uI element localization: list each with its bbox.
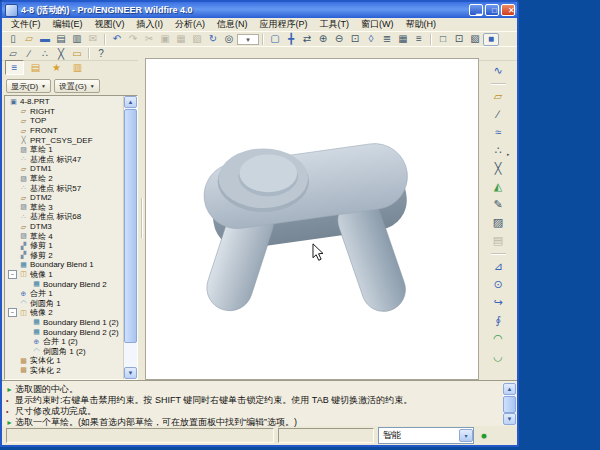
layers-button[interactable]: ≣	[379, 33, 395, 46]
zoom-out-button[interactable]: ⊖	[331, 33, 347, 46]
datum-curve-tool-button[interactable]: ≈	[490, 124, 507, 140]
wireframe-button[interactable]: □	[435, 33, 451, 46]
sweep-tool-button[interactable]: ↪	[490, 294, 507, 310]
datum-axis-tool-button[interactable]: ∕	[490, 106, 507, 122]
repaint-button[interactable]: ▢	[267, 33, 283, 46]
tree-row[interactable]: − ◫ 镜像 2	[5, 308, 124, 318]
tree-row[interactable]: ∴ 基准点 标识68	[5, 212, 124, 222]
menu-item[interactable]: 文件(F)	[5, 18, 47, 31]
tree-row[interactable]: ∴ 基准点 标识57	[5, 183, 124, 193]
undo-button[interactable]: ↶	[109, 33, 125, 46]
folder-browser-tab[interactable]: ▤	[26, 60, 45, 75]
find-button[interactable]: ◎	[221, 33, 237, 46]
tree-row[interactable]: ▩ 实体化 1	[5, 356, 124, 366]
graphics-viewport[interactable]	[145, 58, 479, 380]
tree-row[interactable]: ◠ 倒圆角 1	[5, 298, 124, 308]
shell-tool-button[interactable]: ◡	[490, 348, 507, 364]
tree-row[interactable]: ▦ Boundary Blend 1	[5, 260, 124, 270]
scroll-up-icon[interactable]: ▲	[503, 383, 516, 395]
analysis-tool-button[interactable]: ◭	[490, 178, 507, 194]
close-button[interactable]: ✕	[501, 4, 515, 16]
tree-row[interactable]: ▱ DTM1	[5, 164, 124, 174]
scroll-down-icon[interactable]: ▼	[124, 367, 137, 379]
copy-button[interactable]: ▣	[157, 33, 173, 46]
saved-views-button[interactable]: ◊	[363, 33, 379, 46]
open-button[interactable]: ▱	[21, 33, 37, 46]
tree-row[interactable]: ∴ 基准点 标识47	[5, 155, 124, 165]
scroll-thumb[interactable]	[124, 109, 137, 343]
style-tool-button[interactable]: ∿	[490, 62, 507, 78]
cut-button[interactable]: ✂	[141, 33, 157, 46]
tree-show-button[interactable]: 显示(D) ▼	[6, 79, 51, 93]
menu-item[interactable]: 窗口(W)	[355, 18, 400, 31]
minimize-button[interactable]: ▁	[469, 4, 483, 16]
connections-tab[interactable]: ▥	[68, 60, 87, 75]
model-tree-tab[interactable]: ≡	[5, 60, 24, 75]
tree-row[interactable]: ▣ 4-8.PRT	[5, 97, 124, 107]
scroll-down-icon[interactable]: ▼	[503, 413, 516, 425]
datum-point-tool-button[interactable]: ∴	[490, 142, 507, 158]
selection-filter-combo[interactable]: 智能 ▾	[378, 427, 474, 444]
expander-icon[interactable]: −	[8, 308, 17, 317]
boundary-blend-tool-button[interactable]: ∮	[490, 312, 507, 328]
revolve-tool-button[interactable]: ⊙	[490, 276, 507, 292]
maximize-button[interactable]: □	[485, 4, 499, 16]
tree-settings-button[interactable]: 设置(G) ▼	[54, 79, 100, 93]
tree-row[interactable]: ▩ 实体化 2	[5, 366, 124, 376]
print-button[interactable]: ▤	[53, 33, 69, 46]
menu-item[interactable]: 编辑(E)	[47, 18, 89, 31]
redo-button[interactable]: ↷	[125, 33, 141, 46]
chevron-down-icon[interactable]: ▾	[459, 429, 473, 442]
message-scrollbar[interactable]: ▲ ▼	[503, 383, 516, 425]
tree-row[interactable]: ▱ TOP	[5, 116, 124, 126]
tree-row[interactable]: ▱ DTM3	[5, 222, 124, 232]
menu-item[interactable]: 应用程序(P)	[254, 18, 314, 31]
tree-row[interactable]: ▞ 修剪 1	[5, 241, 124, 251]
send-mail-button[interactable]: ✉	[85, 33, 101, 46]
orient-mode-button[interactable]: ⇄	[299, 33, 315, 46]
new-file-button[interactable]: ▯	[5, 33, 21, 46]
no-hidden-button[interactable]: ▧	[467, 33, 483, 46]
expander-icon[interactable]: −	[8, 270, 17, 279]
sketch-tool-button[interactable]: ▨	[490, 214, 507, 230]
spin-center-button[interactable]: ╋	[283, 33, 299, 46]
datum-csys-tool-button[interactable]: ╳	[490, 160, 507, 176]
tree-row[interactable]: ◠ 倒圆角 1 (2)	[5, 346, 124, 356]
tree-row[interactable]: ▱ FRONT	[5, 126, 124, 136]
tree-scrollbar[interactable]: ▲ ▼	[123, 96, 137, 379]
refit-button[interactable]: ⊡	[347, 33, 363, 46]
scroll-up-icon[interactable]: ▲	[124, 96, 137, 108]
round-tool-button[interactable]: ◠	[490, 330, 507, 346]
regenerate-button[interactable]: ↻	[205, 33, 221, 46]
panel-sash[interactable]	[138, 58, 145, 380]
menu-item[interactable]: 信息(N)	[211, 18, 254, 31]
favorites-tab[interactable]: ★	[47, 60, 66, 75]
selection-filter-dropdown[interactable]: ▾	[237, 34, 259, 45]
tree-row[interactable]: ⊕ 合并 1	[5, 289, 124, 299]
scroll-thumb[interactable]	[503, 396, 516, 413]
datum-plane-tool-button[interactable]: ▱	[490, 88, 507, 104]
tree-row[interactable]: ▞ 修剪 2	[5, 251, 124, 261]
view-manager-button[interactable]: ▦	[395, 33, 411, 46]
menu-item[interactable]: 视图(V)	[89, 18, 131, 31]
tree-row[interactable]: − ◫ 镜像 1	[5, 270, 124, 280]
curve-edit-tool-button[interactable]: ✎	[490, 196, 507, 212]
hidden-line-button[interactable]: ⊡	[451, 33, 467, 46]
annotation-tool-button[interactable]: ▤	[490, 232, 507, 248]
menu-item[interactable]: 插入(I)	[131, 18, 170, 31]
tree-row[interactable]: ╳ PRT_CSYS_DEF	[5, 135, 124, 145]
tree-row[interactable]: ▦ Boundary Blend 2	[5, 279, 124, 289]
tree-row[interactable]: ▦ Boundary Blend 1 (2)	[5, 318, 124, 328]
tree-row[interactable]: ▱ RIGHT	[5, 107, 124, 117]
display-settings-button[interactable]: ≡	[411, 33, 427, 46]
tree-row[interactable]: ▨ 草绘 4	[5, 231, 124, 241]
paste-special-button[interactable]: ▧	[189, 33, 205, 46]
extrude-tool-button[interactable]: ⊿	[490, 258, 507, 274]
paste-button[interactable]: ▦	[173, 33, 189, 46]
print-preview-button[interactable]: ▥	[69, 33, 85, 46]
shaded-button[interactable]: ■	[483, 33, 499, 46]
menu-item[interactable]: 分析(A)	[169, 18, 211, 31]
tree-row[interactable]: ▱ DTM2	[5, 193, 124, 203]
save-button[interactable]: ▬	[37, 33, 53, 46]
menu-item[interactable]: 工具(T)	[314, 18, 356, 31]
